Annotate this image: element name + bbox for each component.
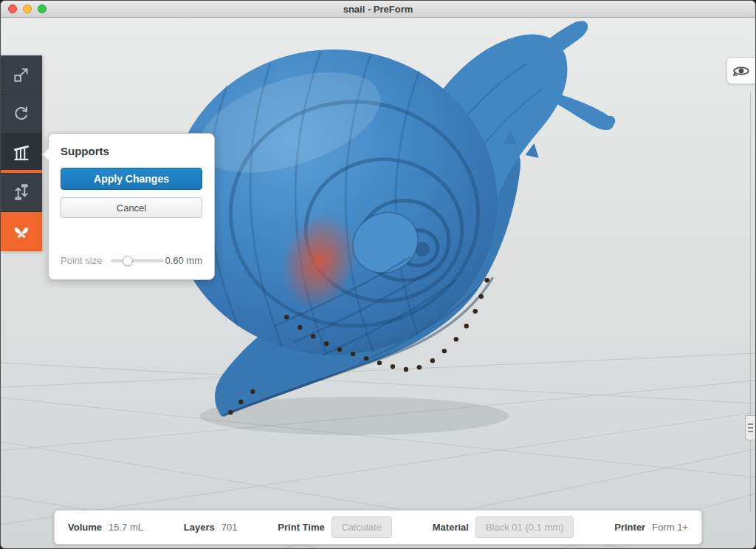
orbit-view-button[interactable] xyxy=(726,57,755,84)
layers-label: Layers xyxy=(184,522,215,533)
point-size-label: Point size xyxy=(61,255,102,266)
layer-slider-track[interactable] xyxy=(750,92,751,512)
volume-label: Volume xyxy=(68,522,102,533)
snail-model[interactable] xyxy=(171,21,616,416)
printer-stat: Printer Form 1+ xyxy=(614,522,688,533)
slider-track xyxy=(111,259,164,262)
window-controls xyxy=(8,4,47,13)
layout-icon xyxy=(12,183,31,202)
drag-handle-icon xyxy=(748,423,753,425)
supports-tool-button[interactable] xyxy=(1,134,42,173)
point-size-row: Point size 0.60 mm xyxy=(61,255,202,266)
preform-window: snail - PreForm xyxy=(0,0,756,549)
drag-handle-icon xyxy=(748,431,753,432)
zoom-button[interactable] xyxy=(38,4,47,13)
apply-changes-button[interactable]: Apply Changes xyxy=(61,168,202,190)
material-label: Material xyxy=(433,522,469,533)
window-title: snail - PreForm xyxy=(343,4,413,15)
material-button[interactable]: Black 01 (0.1 mm) xyxy=(475,516,574,538)
slider-knob[interactable] xyxy=(123,256,133,266)
tool-sidebar xyxy=(1,55,42,251)
calculate-button[interactable]: Calculate xyxy=(331,516,392,538)
orbit-view-icon xyxy=(732,61,751,81)
rotate-icon xyxy=(12,104,31,123)
point-size-slider[interactable] xyxy=(111,256,164,266)
print-time-label: Print Time xyxy=(278,522,324,533)
print-time-stat: Print Time Calculate xyxy=(278,516,392,538)
volume-stat: Volume 15.7 mL xyxy=(68,522,143,533)
print-tool-button[interactable] xyxy=(1,212,42,251)
material-stat: Material Black 01 (0.1 mm) xyxy=(433,516,574,538)
orient-tool-button[interactable] xyxy=(1,95,42,134)
supports-icon xyxy=(12,143,31,163)
close-button[interactable] xyxy=(8,4,17,13)
minimize-button[interactable] xyxy=(23,4,32,13)
printer-value: Form 1+ xyxy=(652,522,688,533)
scale-icon xyxy=(12,65,31,84)
supports-panel: Supports Apply Changes Cancel Point size… xyxy=(48,133,215,280)
layout-tool-button[interactable] xyxy=(1,173,42,212)
supports-panel-title: Supports xyxy=(61,145,202,157)
size-tool-button[interactable] xyxy=(1,55,42,95)
layer-slider-handle[interactable] xyxy=(745,415,755,440)
drag-handle-icon xyxy=(748,427,753,429)
scene-canvas[interactable] xyxy=(1,18,755,548)
printer-label: Printer xyxy=(614,522,645,533)
volume-value: 15.7 mL xyxy=(109,522,143,533)
titlebar: snail - PreForm xyxy=(1,1,755,18)
viewport-3d[interactable]: Supports Apply Changes Cancel Point size… xyxy=(1,18,755,549)
butterfly-icon xyxy=(12,222,31,242)
status-bar: Volume 15.7 mL Layers 701 Print Time Cal… xyxy=(54,510,702,545)
layers-stat: Layers 701 xyxy=(184,522,238,533)
cancel-button[interactable]: Cancel xyxy=(61,197,202,218)
layers-value: 701 xyxy=(221,522,238,533)
point-size-value: 0.60 mm xyxy=(165,255,202,266)
